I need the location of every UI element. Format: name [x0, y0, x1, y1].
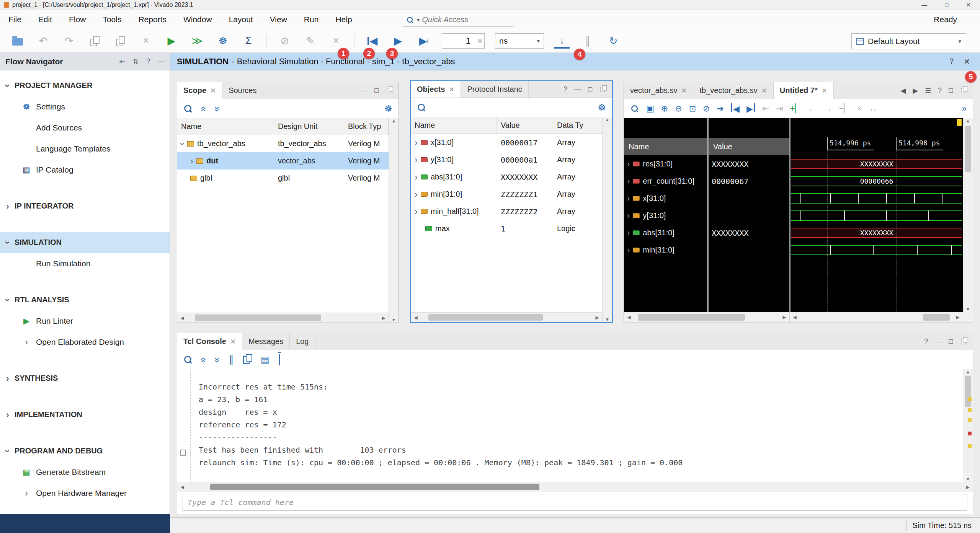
scroll-left-icon[interactable]: ◀: [177, 315, 187, 321]
scroll-left-icon[interactable]: ◀: [177, 484, 187, 490]
window-maximize-button[interactable]: □: [945, 2, 948, 8]
column-value[interactable]: Value: [709, 138, 789, 155]
clear-console-icon[interactable]: [279, 354, 280, 365]
column-block-type[interactable]: Block Typ: [344, 118, 389, 135]
maximize-icon[interactable]: □: [949, 337, 953, 346]
sidebar-item-language-templates[interactable]: Language Templates: [0, 138, 170, 159]
chevron-right-icon[interactable]: ›: [6, 202, 9, 211]
scroll-left-icon[interactable]: ◀: [624, 315, 634, 320]
report-sigma-icon[interactable]: Σ: [241, 33, 256, 49]
wave-row[interactable]: [791, 207, 963, 224]
search-icon[interactable]: [630, 104, 639, 113]
chevron-right-icon[interactable]: ›: [25, 337, 28, 347]
signal-value[interactable]: XXXXXXXX: [709, 155, 789, 173]
sidebar-item-ip-catalog[interactable]: ▦ IP Catalog: [0, 159, 170, 180]
quick-access-input[interactable]: [422, 15, 499, 24]
clear-field-icon[interactable]: ⊗: [477, 37, 483, 45]
chevron-down-icon[interactable]: ›: [3, 298, 12, 302]
chevron-down-icon[interactable]: ›: [3, 241, 12, 244]
maximize-icon[interactable]: □: [949, 86, 953, 95]
column-design-unit[interactable]: Design Unit: [274, 118, 344, 135]
tab-tcl-console[interactable]: Tcl Console ✕: [177, 333, 242, 350]
vertical-scrollbar[interactable]: ▲ ▼: [963, 118, 973, 312]
close-icon[interactable]: ✕: [210, 86, 216, 95]
chevron-down-icon[interactable]: ›: [178, 142, 187, 145]
layout-selector[interactable]: Default Layout ▾: [851, 33, 966, 49]
float-icon[interactable]: [385, 85, 394, 96]
wave-signal-row[interactable]: ›abs[31:0]: [624, 224, 707, 241]
column-value[interactable]: Value: [497, 117, 553, 134]
menu-file[interactable]: File: [0, 10, 30, 29]
delete-icon[interactable]: ×: [138, 33, 154, 49]
chevron-right-icon[interactable]: ›: [415, 190, 418, 199]
scroll-down-icon[interactable]: ▼: [389, 317, 399, 323]
sidebar-item-settings[interactable]: ☸ Settings: [0, 96, 170, 117]
table-row[interactable]: ›min[31:0] ZZZZZZZ1 Array: [411, 186, 602, 203]
warning-mark[interactable]: [968, 418, 972, 422]
signal-value[interactable]: 00000067: [709, 173, 789, 190]
wave-signal-row[interactable]: ›min[31:0]: [624, 241, 707, 259]
sidebar-item-add-sources[interactable]: Add Sources: [0, 117, 170, 138]
zoom-out-icon[interactable]: ⊖: [675, 104, 682, 114]
run-all-icon[interactable]: ▶: [390, 33, 406, 49]
tab-messages[interactable]: Messages: [242, 333, 290, 350]
wave-signal-row[interactable]: ›x[31:0]: [624, 190, 707, 207]
signal-value[interactable]: XXXXXXXX: [709, 224, 789, 241]
tab-untitled-7[interactable]: Untitled 7* ✕: [774, 82, 834, 99]
section-synthesis[interactable]: › SYNTHESIS: [0, 368, 170, 389]
warning-mark[interactable]: [968, 444, 972, 448]
table-row[interactable]: ›y[31:0] 000000a1 Array: [411, 151, 602, 168]
wave-row[interactable]: [791, 190, 963, 207]
minimize-icon[interactable]: ―: [158, 57, 165, 66]
table-row[interactable]: ›dut vector_abs Verilog M: [177, 152, 389, 170]
horizontal-scrollbar[interactable]: ◀ ▶: [789, 312, 963, 322]
disabled-edit-icon[interactable]: ✎: [303, 33, 318, 49]
expand-all-icon[interactable]: »: [212, 357, 224, 362]
open-project-icon[interactable]: [10, 33, 25, 49]
menu-layout[interactable]: Layout: [220, 10, 261, 29]
wave-signal-row[interactable]: ›y[31:0]: [624, 207, 707, 224]
zoom-fit-icon[interactable]: ⊡: [689, 104, 696, 114]
move-right-icon[interactable]: →: [823, 104, 832, 114]
close-simulation-icon[interactable]: ✕: [964, 57, 970, 66]
float-icon[interactable]: [960, 85, 968, 96]
tab-list-icon[interactable]: ☰: [925, 86, 931, 95]
scroll-up-icon[interactable]: ▲: [389, 118, 399, 124]
word-wrap-icon[interactable]: ▤: [261, 354, 270, 365]
sidebar-item-generate-bitstream[interactable]: ▦ Generate Bitstream: [0, 461, 170, 482]
scroll-up-icon[interactable]: ▲: [963, 369, 973, 375]
table-row[interactable]: ›abs[31:0] XXXXXXXX Array: [411, 168, 602, 186]
sidebar-item-open-hardware-manager[interactable]: › Open Hardware Manager: [0, 482, 170, 504]
tab-tb-vector-abs-sv[interactable]: tb_vector_abs.sv ✕: [693, 82, 773, 99]
chevron-right-icon[interactable]: ›: [627, 160, 630, 168]
scroll-down-icon[interactable]: ▼: [603, 317, 612, 322]
goto-time-icon[interactable]: ➔: [717, 104, 724, 114]
warning-mark[interactable]: [968, 397, 972, 401]
maximize-icon[interactable]: □: [374, 86, 379, 95]
chevron-right-icon[interactable]: ›: [415, 138, 418, 147]
scroll-left-icon[interactable]: ◀: [790, 315, 800, 320]
section-simulation[interactable]: › SIMULATION: [0, 232, 170, 253]
section-ip-integrator[interactable]: › IP INTEGRATOR: [0, 196, 170, 217]
copy-icon[interactable]: [87, 33, 102, 49]
settings-gear-icon[interactable]: ☸: [215, 33, 230, 49]
chevron-right-icon[interactable]: ›: [6, 410, 9, 419]
menu-view[interactable]: View: [261, 10, 296, 29]
scroll-right-icon[interactable]: ▶: [953, 315, 963, 320]
section-program-and-debug[interactable]: › PROGRAM AND DEBUG: [0, 440, 170, 461]
help-icon[interactable]: ?: [938, 86, 942, 95]
tab-scroll-right-icon[interactable]: ▶: [913, 86, 918, 95]
scroll-up-icon[interactable]: ▲: [603, 117, 612, 122]
signal-value[interactable]: [709, 241, 789, 259]
menu-help[interactable]: Help: [327, 10, 360, 29]
chevron-right-icon[interactable]: ›: [627, 177, 630, 186]
close-icon[interactable]: ✕: [681, 86, 687, 95]
window-minimize-button[interactable]: —: [921, 2, 927, 8]
maximize-icon[interactable]: □: [588, 85, 592, 93]
next-transition-icon[interactable]: ▶: [746, 103, 755, 114]
crosshair-icon[interactable]: ⊘: [703, 104, 710, 114]
wave-signal-row[interactable]: ›res[31:0]: [624, 155, 707, 173]
horizontal-scrollbar[interactable]: ◀ ▶: [411, 312, 602, 322]
collapse-all-icon[interactable]: «: [198, 106, 210, 111]
time-unit-dropdown[interactable]: ns ▾: [495, 33, 544, 49]
